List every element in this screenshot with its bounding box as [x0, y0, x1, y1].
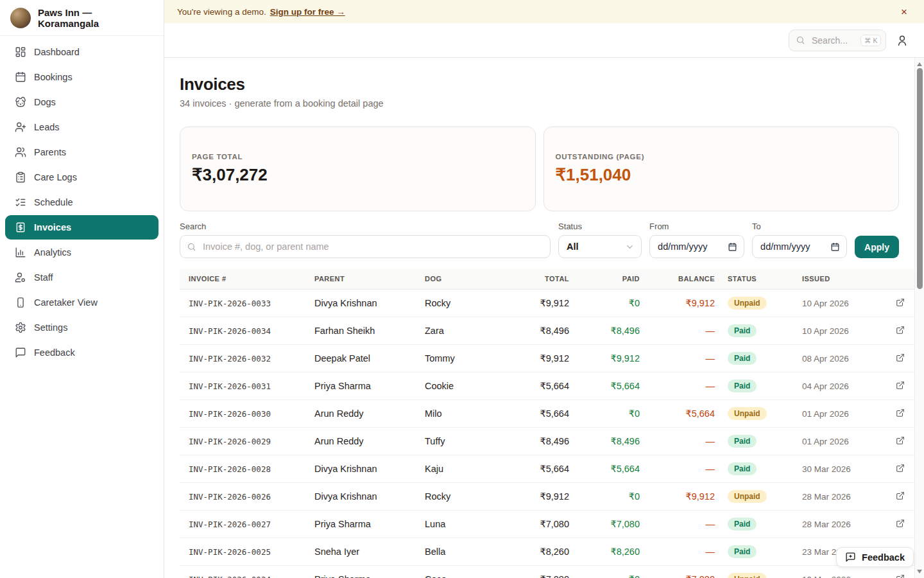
search-shortcut-badge: ⌘ K — [860, 35, 881, 46]
external-link-icon[interactable] — [896, 491, 905, 500]
cell-invoice-number: INV-PIK-2026-0032 — [180, 345, 308, 372]
sidebar-item-care-logs[interactable]: Care Logs — [5, 165, 158, 189]
cell-paid: ₹8,260 — [576, 538, 646, 566]
apply-button[interactable]: Apply — [855, 236, 899, 258]
sidebar-item-analytics[interactable]: Analytics — [5, 240, 158, 265]
status-badge: Paid — [728, 352, 757, 365]
page-total-value: ₹3,07,272 — [192, 165, 524, 185]
status-badge: Paid — [728, 324, 757, 337]
cell-total: ₹5,664 — [508, 455, 576, 483]
external-link-icon[interactable] — [896, 298, 905, 307]
message-icon — [15, 347, 26, 358]
sidebar-item-schedule[interactable]: Schedule — [5, 190, 158, 215]
table-row: INV-PIK-2026-0029Arun ReddyTuffy₹8,496₹8… — [180, 428, 914, 455]
sidebar-item-settings[interactable]: Settings — [5, 315, 158, 340]
cell-issued-date: 28 Mar 2026 — [796, 511, 889, 538]
sidebar-item-leads[interactable]: Leads — [5, 115, 158, 139]
dog-icon — [15, 96, 26, 108]
status-filter-label: Status — [558, 222, 642, 231]
sidebar-item-staff[interactable]: Staff — [5, 265, 158, 290]
sidebar-nav: DashboardBookingsDogsLeadsParentsCare Lo… — [0, 36, 164, 369]
cell-dog-name: Cookie — [418, 372, 508, 400]
table-body: INV-PIK-2026-0033Divya KrishnanRocky₹9,9… — [180, 290, 914, 578]
cell-paid: ₹0 — [576, 483, 646, 511]
feedback-fab-button[interactable]: Feedback — [836, 547, 914, 567]
cell-parent-name: Priya Sharma — [308, 566, 418, 578]
cell-paid: ₹5,664 — [576, 372, 646, 400]
feedback-fab-label: Feedback — [862, 552, 905, 563]
sidebar-item-label: Bookings — [34, 72, 73, 82]
summary-cards: PAGE TOTAL ₹3,07,272 OUTSTANDING (PAGE) … — [180, 127, 899, 211]
sidebar-item-caretaker-view[interactable]: Caretaker View — [5, 290, 158, 315]
external-link-icon[interactable] — [896, 519, 905, 528]
cell-invoice-number: INV-PIK-2026-0024 — [180, 566, 308, 578]
global-search[interactable]: ⌘ K — [789, 30, 886, 51]
from-date-input[interactable]: dd/mm/yyyy — [649, 235, 744, 258]
cell-balance: ₹7,080 — [646, 566, 721, 578]
cell-parent-name: Deepak Patel — [308, 345, 418, 372]
external-link-icon[interactable] — [896, 326, 905, 335]
external-link-icon[interactable] — [896, 436, 905, 445]
sidebar-item-bookings[interactable]: Bookings — [5, 65, 158, 89]
scroll-up-arrow[interactable] — [917, 62, 922, 66]
external-link-icon[interactable] — [896, 353, 905, 362]
status-badge: Paid — [728, 380, 757, 392]
cell-status: Paid — [721, 511, 796, 538]
external-link-icon[interactable] — [896, 464, 905, 473]
sidebar-item-label: Parents — [34, 147, 66, 157]
scrollbar-thumb[interactable] — [917, 68, 923, 289]
column-header: DOG — [418, 268, 508, 290]
cell-open-invoice — [889, 455, 914, 483]
external-link-icon[interactable] — [896, 408, 905, 417]
sidebar-item-invoices[interactable]: Invoices — [5, 215, 158, 240]
cell-invoice-number: INV-PIK-2026-0033 — [180, 290, 308, 317]
sign-up-link[interactable]: Sign up for free → — [270, 7, 345, 17]
close-icon[interactable]: × — [897, 5, 911, 19]
column-header: TOTAL — [508, 268, 576, 290]
cell-total: ₹9,912 — [508, 290, 576, 317]
column-header — [889, 268, 914, 290]
global-search-input[interactable] — [810, 35, 855, 46]
sidebar-item-dashboard[interactable]: Dashboard — [5, 40, 158, 64]
workspace-switcher[interactable]: Paws Inn — Koramangala — [0, 0, 164, 36]
user-menu-button[interactable] — [896, 34, 909, 47]
sidebar-item-label: Dashboard — [34, 47, 80, 57]
calendar-icon — [728, 242, 737, 252]
table-row: INV-PIK-2026-0031Priya SharmaCookie₹5,66… — [180, 372, 914, 400]
sidebar-item-dogs[interactable]: Dogs — [5, 90, 158, 114]
scroll-down-arrow[interactable] — [917, 570, 922, 574]
cell-paid: ₹9,912 — [576, 345, 646, 372]
cell-total: ₹8,496 — [508, 317, 576, 345]
cell-parent-name: Arun Reddy — [308, 400, 418, 428]
sidebar-item-parents[interactable]: Parents — [5, 140, 158, 164]
cell-paid: ₹5,664 — [576, 455, 646, 483]
external-link-icon[interactable] — [896, 381, 905, 390]
page-title: Invoices — [180, 74, 899, 94]
table-row: INV-PIK-2026-0025Sneha IyerBella₹8,260₹8… — [180, 538, 914, 566]
column-header: STATUS — [721, 268, 796, 290]
table-row: INV-PIK-2026-0027Priya SharmaLuna₹7,080₹… — [180, 511, 914, 538]
status-badge: Unpaid — [728, 297, 767, 310]
sidebar-item-feedback[interactable]: Feedback — [5, 340, 158, 365]
filters-bar: Search Status All From dd/mm/yyyy To dd/… — [180, 222, 899, 258]
sidebar-item-label: Care Logs — [34, 172, 77, 182]
invoice-search-field[interactable] — [180, 235, 551, 258]
cell-issued-date: 01 Apr 2026 — [796, 428, 889, 455]
cell-total: ₹8,260 — [508, 538, 576, 566]
status-select-value: All — [567, 241, 579, 252]
cell-issued-date: 19 Mar 2026 — [796, 566, 889, 578]
cell-total: ₹7,080 — [508, 511, 576, 538]
status-select[interactable]: All — [558, 235, 642, 258]
to-date-input[interactable]: dd/mm/yyyy — [752, 235, 847, 258]
external-link-icon[interactable] — [896, 574, 905, 578]
cell-parent-name: Sneha Iyer — [308, 538, 418, 566]
cell-open-invoice — [889, 372, 914, 400]
vertical-scrollbar — [914, 58, 924, 578]
table-header: INVOICE #PARENTDOGTOTALPAIDBALANCESTATUS… — [180, 268, 914, 290]
invoice-search-input[interactable] — [201, 241, 543, 252]
cell-status: Paid — [721, 455, 796, 483]
cell-parent-name: Priya Sharma — [308, 511, 418, 538]
status-badge: Paid — [728, 518, 757, 530]
sidebar-item-label: Staff — [34, 272, 53, 283]
cell-total: ₹7,080 — [508, 566, 576, 578]
